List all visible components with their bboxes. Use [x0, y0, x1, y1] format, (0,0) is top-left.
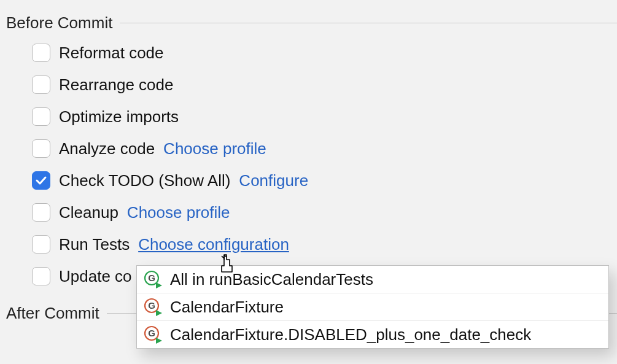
option-analyze-code[interactable]: Analyze code Choose profile	[32, 139, 617, 158]
option-rearrange-code[interactable]: Rearrange code	[32, 76, 617, 94]
before-commit-label: Before Commit	[6, 14, 112, 33]
checkbox-cleanup[interactable]	[32, 203, 50, 222]
option-reformat-code[interactable]: Reformat code	[32, 44, 617, 62]
analyze-choose-profile-link[interactable]: Choose profile	[163, 139, 266, 158]
run-configuration-popup: G All in runBasicCalendarTests G Calenda…	[136, 265, 609, 349]
run-config-item-label: CalendarFixture.DISABLED_plus_one_date_c…	[170, 325, 531, 344]
checkbox-run-tests[interactable]	[32, 235, 50, 254]
checkbox-todo[interactable]	[32, 171, 50, 190]
run-config-item-label: CalendarFixture	[170, 298, 284, 317]
run-tests-choose-configuration-link[interactable]: Choose configuration	[138, 235, 289, 254]
run-config-item[interactable]: G CalendarFixture	[137, 293, 608, 321]
checkbox-analyze[interactable]	[32, 139, 50, 158]
option-label: Reformat code	[59, 44, 164, 63]
option-label: Update co	[59, 267, 132, 286]
svg-marker-8	[156, 338, 162, 344]
run-config-item[interactable]: G CalendarFixture.DISABLED_plus_one_date…	[137, 321, 608, 348]
svg-text:G: G	[148, 273, 155, 283]
option-run-tests[interactable]: Run Tests Choose configuration	[32, 235, 617, 254]
option-label: Check TODO (Show All)	[59, 171, 230, 190]
option-check-todo[interactable]: Check TODO (Show All) Configure	[32, 171, 617, 190]
checkbox-optimize[interactable]	[32, 107, 50, 126]
gradle-run-icon: G	[143, 325, 163, 344]
todo-configure-link[interactable]: Configure	[239, 171, 308, 190]
run-config-item[interactable]: G All in runBasicCalendarTests	[137, 266, 608, 293]
svg-text:G: G	[148, 328, 155, 338]
option-label: Optimize imports	[59, 107, 179, 126]
checkbox-reformat[interactable]	[32, 44, 50, 62]
gradle-run-icon: G	[143, 269, 163, 289]
divider	[120, 23, 617, 23]
option-label: Analyze code	[59, 139, 155, 158]
option-label: Rearrange code	[59, 76, 173, 95]
svg-marker-5	[156, 310, 162, 316]
before-commit-options: Reformat code Rearrange code Optimize im…	[0, 33, 617, 285]
checkbox-update[interactable]	[32, 267, 50, 285]
cleanup-choose-profile-link[interactable]: Choose profile	[127, 203, 230, 222]
option-optimize-imports[interactable]: Optimize imports	[32, 107, 617, 126]
svg-text:G: G	[148, 300, 155, 311]
svg-marker-2	[156, 282, 162, 288]
after-commit-label: After Commit	[6, 304, 99, 323]
option-cleanup[interactable]: Cleanup Choose profile	[32, 203, 617, 222]
gradle-run-icon: G	[143, 297, 163, 317]
option-label: Cleanup	[59, 203, 118, 222]
run-config-item-label: All in runBasicCalendarTests	[170, 270, 373, 289]
checkbox-rearrange[interactable]	[32, 76, 50, 94]
before-commit-section-header: Before Commit	[0, 0, 617, 33]
option-label: Run Tests	[59, 235, 130, 254]
